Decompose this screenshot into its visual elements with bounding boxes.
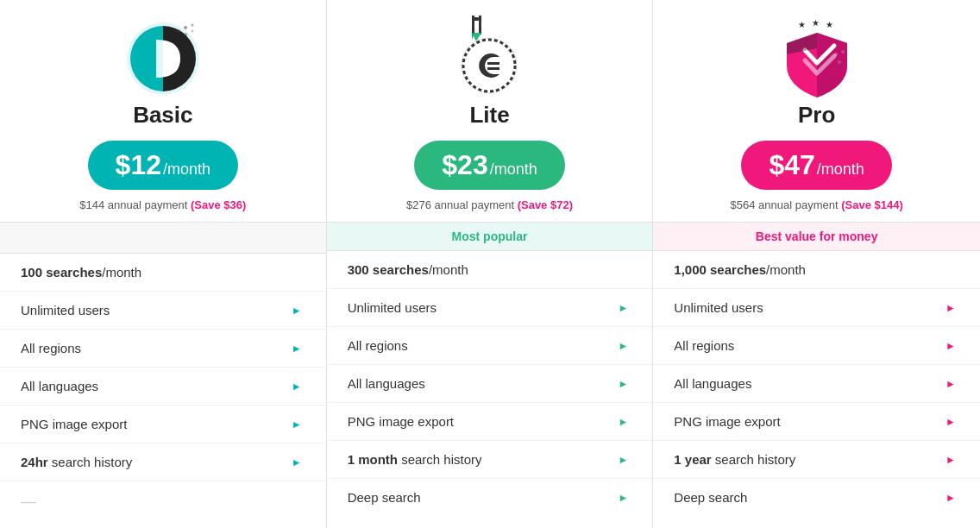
feature-history[interactable]: 1 month search history ► [327, 441, 653, 479]
feature-users[interactable]: Unlimited users ► [0, 292, 326, 330]
plan-pro-features: 1,000 searches/month Unlimited users ► A… [653, 251, 980, 516]
chevron-icon: ► [945, 492, 956, 504]
plan-basic-price-badge[interactable]: $12 /month [88, 141, 238, 190]
plan-pro-amount: $47 [769, 149, 814, 181]
chevron-icon: ► [945, 454, 956, 466]
basic-icon [120, 16, 206, 102]
plan-basic-name: Basic [133, 102, 192, 129]
svg-point-17 [468, 45, 510, 86]
svg-rect-18 [487, 62, 499, 65]
chevron-icon: ► [618, 302, 628, 314]
feature-history[interactable]: 24hr search history ► [0, 443, 326, 481]
plan-lite: Lite $23 /month $276 annual payment (Sav… [327, 0, 654, 528]
plan-lite-features: 300 searches/month Unlimited users ► All… [327, 251, 653, 516]
plan-lite-per: /month [490, 160, 537, 179]
feature-users[interactable]: Unlimited users ► [653, 289, 980, 327]
plan-lite-amount: $23 [442, 149, 487, 181]
plan-pro-annual: $564 annual payment (Save $144) [731, 198, 903, 211]
plan-pro-price-badge[interactable]: $47 /month [741, 141, 891, 190]
chevron-icon: ► [292, 343, 302, 355]
chevron-icon: ► [292, 380, 302, 393]
feature-png[interactable]: PNG image export ► [327, 403, 653, 441]
plan-lite-annual: $276 annual payment (Save $72) [406, 198, 573, 211]
feature-history[interactable]: 1 year search history ► [653, 441, 980, 479]
feature-deep[interactable]: Deep search ► [653, 479, 980, 516]
svg-rect-11 [472, 16, 474, 35]
feature-searches: 300 searches/month [327, 251, 653, 289]
chevron-icon: ► [292, 418, 302, 431]
pricing-grid: Basic $12 /month $144 annual payment (Sa… [0, 0, 980, 528]
feature-deep[interactable]: Deep search ► [327, 479, 653, 516]
feature-deep: — [0, 481, 326, 522]
plan-lite-price-badge[interactable]: $23 /month [414, 141, 564, 190]
svg-point-25 [838, 60, 841, 64]
svg-point-6 [184, 26, 187, 29]
plan-pro-name: Pro [798, 102, 835, 129]
plan-pro: ★ ★ ★ Pro $47 /month [653, 0, 980, 528]
chevron-icon: ► [945, 416, 956, 428]
chevron-icon: ► [618, 378, 628, 390]
feature-regions[interactable]: All regions ► [327, 327, 653, 365]
chevron-icon: ► [945, 302, 956, 314]
pro-icon: ★ ★ ★ [774, 16, 860, 102]
svg-text:★: ★ [826, 20, 833, 29]
plan-basic-per: /month [163, 160, 210, 179]
plan-lite-name: Lite [469, 102, 509, 129]
chevron-icon: ► [618, 416, 628, 428]
plan-lite-header: Lite $23 /month $276 annual payment (Sav… [327, 0, 653, 222]
plan-basic-header: Basic $12 /month $144 annual payment (Sa… [0, 0, 326, 222]
lite-icon [446, 16, 532, 102]
svg-point-5 [177, 29, 180, 33]
chevron-icon: ► [618, 340, 628, 352]
chevron-icon: ► [618, 492, 628, 504]
feature-png[interactable]: PNG image export ► [0, 405, 326, 443]
plan-basic-features: 100 searches/month Unlimited users ► All… [0, 254, 326, 522]
svg-rect-19 [487, 67, 499, 70]
feature-languages[interactable]: All languages ► [0, 368, 326, 405]
chevron-icon: ► [292, 456, 302, 468]
feature-languages[interactable]: All languages ► [653, 365, 980, 403]
plan-pro-banner: Best value for money [653, 222, 980, 251]
plan-basic-banner-empty [0, 222, 326, 254]
plan-basic-annual: $144 annual payment (Save $36) [79, 198, 246, 211]
feature-png[interactable]: PNG image export ► [653, 403, 980, 441]
chevron-icon: ► [945, 378, 956, 390]
feature-regions[interactable]: All regions ► [0, 330, 326, 368]
svg-point-7 [191, 24, 193, 27]
plan-lite-banner: Most popular [327, 222, 653, 251]
plan-pro-header: ★ ★ ★ Pro $47 /month [653, 0, 980, 222]
feature-languages[interactable]: All languages ► [327, 365, 653, 403]
svg-text:★: ★ [798, 20, 806, 29]
feature-searches: 1,000 searches/month [653, 251, 980, 289]
plan-basic-amount: $12 [116, 149, 161, 181]
chevron-icon: ► [945, 340, 956, 352]
svg-point-24 [841, 50, 845, 53]
feature-searches: 100 searches/month [0, 254, 326, 292]
chevron-icon: ► [618, 454, 628, 466]
svg-point-8 [184, 33, 187, 36]
plan-basic: Basic $12 /month $144 annual payment (Sa… [0, 0, 327, 528]
svg-rect-12 [479, 16, 481, 35]
feature-users[interactable]: Unlimited users ► [327, 289, 653, 327]
plan-pro-per: /month [817, 160, 864, 179]
svg-point-9 [191, 30, 193, 33]
svg-text:★: ★ [812, 18, 820, 28]
feature-regions[interactable]: All regions ► [653, 327, 980, 365]
chevron-icon: ► [292, 305, 302, 317]
